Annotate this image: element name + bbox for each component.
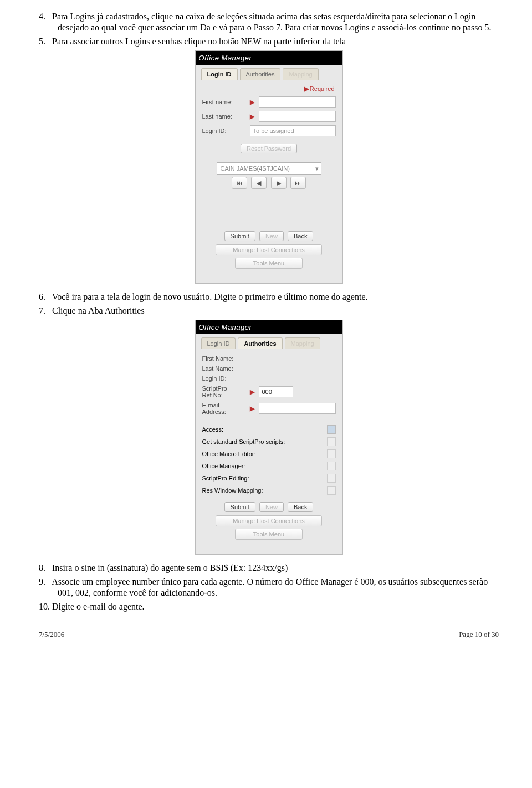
list-text: Clique na Aba Authorities (52, 306, 145, 315)
stdscripts-label: Get standard ScriptPro scripts: (202, 438, 285, 445)
lastname-input[interactable] (259, 111, 336, 122)
firstname-label: First name: (202, 99, 247, 105)
nav-last-icon[interactable]: ⏭ (290, 177, 306, 189)
email-label: E-mail Address: (202, 402, 247, 415)
refno-input[interactable]: 000 (259, 386, 293, 397)
list-text: Digite o e-mail do agente. (52, 602, 145, 611)
refno-label: ScriptPro Ref No: (202, 385, 247, 398)
stdscripts-checkbox[interactable] (327, 437, 336, 446)
list-item: 5. Para associar outros Logins e senhas … (39, 36, 499, 47)
list-text: Para Logins já cadastrados, clique na ca… (52, 12, 491, 32)
loginid-label: Login ID: (202, 127, 247, 134)
list-item: 7. Clique na Aba Authorities (39, 305, 499, 316)
window-title: Office Manager (196, 51, 342, 65)
list-text: Associe um employee number único para ca… (52, 577, 488, 597)
reswin-label: Res Window Mapping: (202, 487, 263, 494)
manage-host-button[interactable]: Manage Host Connections (216, 244, 322, 255)
access-label: Access: (202, 426, 224, 433)
om-checkbox[interactable] (327, 462, 336, 470)
submit-button[interactable]: Submit (224, 231, 255, 241)
list-item: 10. Digite o e-mail do agente. (39, 601, 499, 612)
submit-button[interactable]: Submit (224, 502, 255, 512)
user-select[interactable]: CAIN JAMES(4STJCAIN) (217, 162, 321, 175)
list-num: 10. (39, 601, 50, 612)
list-num: 4. (39, 11, 50, 22)
office-manager-panel-authorities: Office Manager Login ID Authorities Mapp… (195, 320, 343, 555)
firstname-label: First Name: (202, 355, 247, 362)
required-icon: ▶ (250, 99, 255, 106)
list-item: 4. Para Logins já cadastrados, clique na… (39, 11, 499, 34)
manage-host-button[interactable]: Manage Host Connections (216, 515, 322, 526)
window-title: Office Manager (196, 320, 342, 334)
tools-menu-button[interactable]: Tools Menu (235, 529, 303, 540)
required-label: Required (310, 85, 335, 92)
list-num: 7. (39, 305, 50, 316)
tab-authorities[interactable]: Authorities (238, 337, 282, 349)
tools-menu-button[interactable]: Tools Menu (235, 258, 303, 269)
nav-first-icon[interactable]: ⏮ (232, 177, 247, 189)
list-num: 5. (39, 36, 50, 47)
reset-password-button[interactable]: Reset Password (241, 144, 297, 153)
macro-checkbox[interactable] (327, 449, 336, 458)
list-num: 6. (39, 291, 50, 303)
lastname-label: Last Name: (202, 365, 247, 372)
footer-page: Page 10 of 30 (459, 630, 499, 639)
required-icon: ▶ (304, 85, 310, 92)
email-input[interactable] (259, 403, 336, 414)
list-item: 8. Insira o sine in (assinatura) do agen… (39, 562, 499, 574)
list-num: 9. (39, 576, 50, 587)
tab-mapping[interactable]: Mapping (285, 337, 320, 349)
tab-login-id[interactable]: Login ID (201, 68, 238, 80)
office-manager-panel-login: Office Manager Login ID Authorities Mapp… (195, 50, 343, 284)
new-button[interactable]: New (259, 502, 284, 512)
access-checkbox[interactable] (327, 425, 336, 434)
back-button[interactable]: Back (288, 231, 313, 241)
list-num: 8. (39, 562, 50, 574)
required-icon: ▶ (250, 113, 255, 120)
list-text: Insira o sine in (assinatura) do agente … (52, 563, 288, 572)
reswin-checkbox[interactable] (327, 486, 336, 495)
list-item: 9. Associe um employee number único para… (39, 576, 499, 599)
footer-date: 7/5/2006 (39, 630, 64, 639)
new-button[interactable]: New (259, 231, 284, 241)
spedit-checkbox[interactable] (327, 474, 336, 483)
firstname-input[interactable] (259, 96, 336, 108)
om-label: Office Manager: (202, 463, 245, 469)
tab-authorities[interactable]: Authorities (240, 68, 281, 80)
list-item: 6. Você ira para a tela de login de novo… (39, 291, 499, 303)
lastname-label: Last name: (202, 113, 247, 120)
nav-next-icon[interactable]: ▶ (271, 177, 287, 189)
back-button[interactable]: Back (288, 502, 313, 512)
required-icon: ▶ (250, 388, 255, 396)
spedit-label: ScriptPro Editing: (202, 475, 249, 482)
required-icon: ▶ (250, 405, 255, 412)
list-text: Para associar outros Logins e senhas cli… (52, 37, 346, 46)
loginid-input[interactable]: To be assigned (250, 125, 336, 136)
list-text: Você ira para a tela de login de novo us… (52, 292, 368, 301)
tab-mapping[interactable]: Mapping (283, 68, 318, 80)
macro-label: Office Macro Editor: (202, 451, 256, 457)
tab-login-id[interactable]: Login ID (201, 337, 236, 349)
loginid-label: Login ID: (202, 375, 247, 382)
nav-prev-icon[interactable]: ◀ (251, 177, 267, 189)
